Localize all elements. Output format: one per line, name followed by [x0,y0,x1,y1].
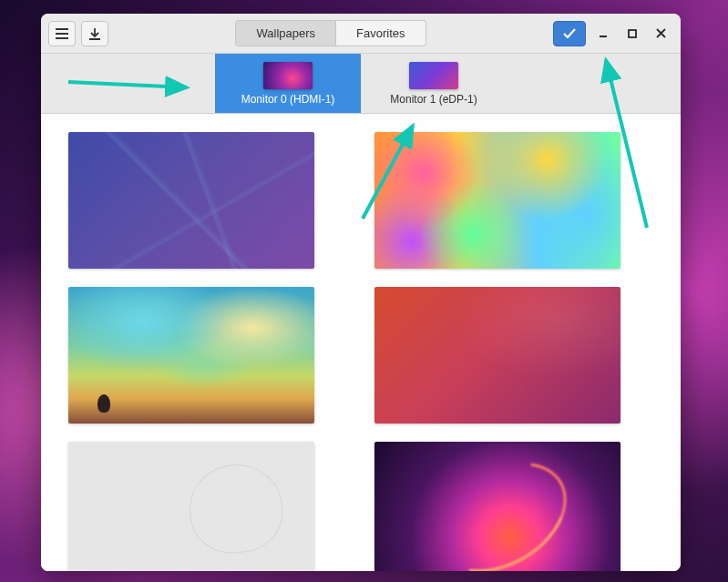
download-icon [88,27,101,40]
maximize-button[interactable] [620,22,644,46]
apply-button[interactable] [553,21,586,46]
check-icon [562,27,577,40]
download-button[interactable] [81,21,108,46]
menu-button[interactable] [48,21,76,46]
monitor-1-label: Monitor 1 (eDP-1) [390,93,477,106]
close-button[interactable] [650,22,673,46]
minimize-icon [598,28,609,39]
svg-rect-0 [629,30,636,37]
monitor-0-thumb [263,62,313,89]
monitor-0-label: Monitor 0 (HDMI-1) [241,93,335,106]
menu-icon [56,28,68,39]
tab-group: Wallpapers Favorites [235,20,426,46]
monitor-1[interactable]: Monitor 1 (eDP-1) [361,54,507,113]
maximize-icon [628,29,637,38]
tab-wallpapers[interactable]: Wallpapers [235,20,336,46]
monitor-0[interactable]: Monitor 0 (HDMI-1) [215,54,361,113]
close-icon [656,28,666,38]
wallpaper-item-ubuntu-beaver-red[interactable] [374,287,620,424]
wallpaper-item-ubuntu-beaver-grey[interactable] [68,442,314,571]
tab-favorites[interactable]: Favorites [336,20,426,46]
wallpaper-item-neon-swirl[interactable] [374,442,620,571]
wallpaper-item-abstract-rainbow[interactable] [374,132,620,269]
wallpaper-app-window: Wallpapers Favorites Monitor 0 (HDMI-1) … [41,14,681,571]
monitor-1-thumb [409,62,458,89]
monitors-bar: Monitor 0 (HDMI-1) Monitor 1 (eDP-1) [41,54,681,114]
wallpaper-grid[interactable] [41,114,681,571]
minimize-button[interactable] [591,22,615,46]
wallpaper-item-painted-sky-rocket[interactable] [68,287,314,424]
titlebar: Wallpapers Favorites [41,14,681,54]
wallpaper-item-geometric-purple[interactable] [68,132,314,269]
